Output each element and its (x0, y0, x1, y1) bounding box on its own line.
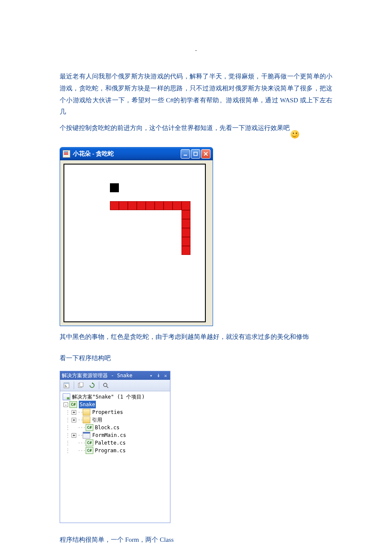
solution-node[interactable]: 解决方案"Snake" (1 个项目) (62, 393, 170, 401)
solution-explorer-toolbar (60, 380, 170, 391)
project-node[interactable]: - C# Snake (62, 401, 170, 408)
document-page: - 最近老有人问我那个俄罗斯方块游戏的代码，解释了半天，觉得麻烦，干脆再做一个更… (0, 0, 392, 555)
expand-icon[interactable]: + (72, 410, 76, 415)
paragraph-5: 程序结构很简单，一个 Form，两个 Class (60, 534, 332, 546)
toolbar-separator (74, 382, 74, 389)
tree-line: ·· (78, 431, 83, 439)
solution-explorer-titlebar[interactable]: 解决方案资源管理器 - Snake ▾ ✕ (60, 371, 170, 380)
maximize-button[interactable] (191, 149, 200, 159)
svg-rect-4 (65, 385, 66, 386)
paragraph-2: 个按键控制贪吃蛇的前进方向，这个估计全世界都知道，先看一下游戏运行效果吧 (60, 122, 290, 134)
window-titlebar[interactable]: 小花朵 - 贪吃蛇 (60, 147, 213, 160)
properties-icon[interactable] (62, 381, 72, 390)
tree-line: ··· (78, 424, 86, 431)
view-code-icon[interactable] (101, 381, 111, 390)
snake-segment (110, 201, 119, 210)
project-label: Snake (79, 401, 96, 408)
snake-segment (182, 246, 190, 255)
folder-icon (83, 416, 90, 423)
snake-segment (137, 201, 146, 210)
solution-explorer-window: 解决方案资源管理器 - Snake ▾ ✕ (60, 371, 170, 523)
block-cs-node[interactable]: ⋮ ··· C# Block.cs (62, 424, 170, 431)
app-icon (63, 150, 70, 158)
block-cs-label: Block.cs (95, 424, 120, 431)
show-all-files-icon[interactable] (76, 381, 86, 390)
palette-cs-node[interactable]: ⋮ ··· C# Palette.cs (62, 439, 170, 447)
expand-icon[interactable]: + (72, 433, 76, 438)
tree-line: ⋮ (65, 408, 70, 416)
tree-spacer (72, 448, 76, 453)
snake-segment (182, 201, 190, 210)
svg-rect-1 (194, 152, 197, 156)
tree-line: ⋮ (65, 431, 70, 439)
svg-point-8 (104, 383, 107, 387)
palette-label: Palette.cs (95, 439, 126, 447)
panel-close-icon[interactable]: ✕ (163, 373, 168, 379)
solution-label: 解决方案"Snake" (1 个项目) (72, 393, 145, 401)
tree-line: ⋮ (65, 424, 70, 431)
tree-line: ·· (78, 416, 83, 424)
snake-segment (155, 201, 164, 210)
window-client-area (60, 160, 213, 326)
minimize-button[interactable] (181, 149, 190, 159)
snake-segment (182, 219, 190, 228)
properties-label: Properties (92, 408, 123, 416)
properties-node[interactable]: ⋮ + ·· Properties (62, 408, 170, 416)
refresh-icon[interactable] (87, 381, 97, 390)
formmain-cs-node[interactable]: ⋮ + ·· FormMain.cs (62, 431, 170, 439)
folder-icon (83, 409, 90, 416)
solution-icon (63, 393, 70, 400)
tree-line: ··· (78, 447, 86, 454)
collapse-icon[interactable]: - (63, 402, 68, 407)
program-label: Program.cs (95, 447, 126, 454)
snake-segment (182, 228, 190, 237)
tree-line: ⋮ (65, 447, 70, 454)
csharp-file-icon: C# (86, 439, 93, 446)
solution-explorer-title: 解决方案资源管理器 - Snake (62, 372, 133, 379)
svg-rect-5 (65, 386, 67, 387)
dropdown-icon[interactable]: ▾ (148, 373, 154, 379)
paragraph-3: 其中黑色的事物，红色是贪吃蛇，由于考虑到越简单越好，就没有追求过多的美化和修饰 (60, 331, 332, 343)
snake-segment (182, 210, 190, 219)
close-button[interactable] (201, 149, 210, 159)
svg-line-9 (107, 386, 108, 388)
expand-icon[interactable]: + (72, 418, 76, 422)
references-label: 引用 (92, 416, 102, 424)
paragraph-1: 最近老有人问我那个俄罗斯方块游戏的代码，解释了半天，觉得麻烦，干脆再做一个更简单… (60, 71, 332, 118)
tree-line: ⋮ (65, 416, 70, 424)
snake-segment (182, 237, 190, 246)
snake-game-window: 小花朵 - 贪吃蛇 (60, 147, 213, 326)
svg-rect-7 (80, 382, 83, 387)
csharp-file-icon: C# (86, 424, 93, 431)
svg-rect-3 (64, 383, 69, 384)
smile-emoji-icon (291, 130, 299, 139)
window-buttons (181, 149, 210, 159)
toolbar-separator (99, 382, 99, 389)
references-node[interactable]: ⋮ + ·· 引用 (62, 416, 170, 424)
snake-segment (164, 201, 173, 210)
paragraph-4: 看一下程序结构吧 (60, 353, 332, 364)
food-cell (110, 183, 119, 192)
paragraph-2-line: 个按键控制贪吃蛇的前进方向，这个估计全世界都知道，先看一下游戏运行效果吧 (60, 122, 332, 139)
csharp-project-icon: C# (69, 401, 77, 408)
tree-line: ⋮ (65, 439, 70, 447)
tree-line: ··· (78, 439, 86, 447)
header-dash: - (60, 47, 332, 54)
form-icon (83, 432, 90, 439)
tree-spacer (72, 425, 76, 430)
window-title: 小花朵 - 贪吃蛇 (73, 150, 181, 158)
formmain-label: FormMain.cs (92, 431, 126, 439)
snake-segment (119, 201, 128, 210)
game-board[interactable] (63, 164, 206, 322)
solution-tree[interactable]: 解决方案"Snake" (1 个项目) - C# Snake ⋮ + ·· Pr… (60, 391, 170, 523)
program-cs-node[interactable]: ⋮ ··· C# Program.cs (62, 447, 170, 454)
csharp-file-icon: C# (86, 447, 93, 454)
svg-rect-0 (184, 155, 187, 156)
snake-segment (128, 201, 137, 210)
snake-segment (173, 201, 182, 210)
snake-segment (146, 201, 155, 210)
tree-spacer (72, 441, 76, 445)
tree-line: ·· (78, 408, 83, 416)
pin-icon[interactable] (156, 373, 161, 379)
